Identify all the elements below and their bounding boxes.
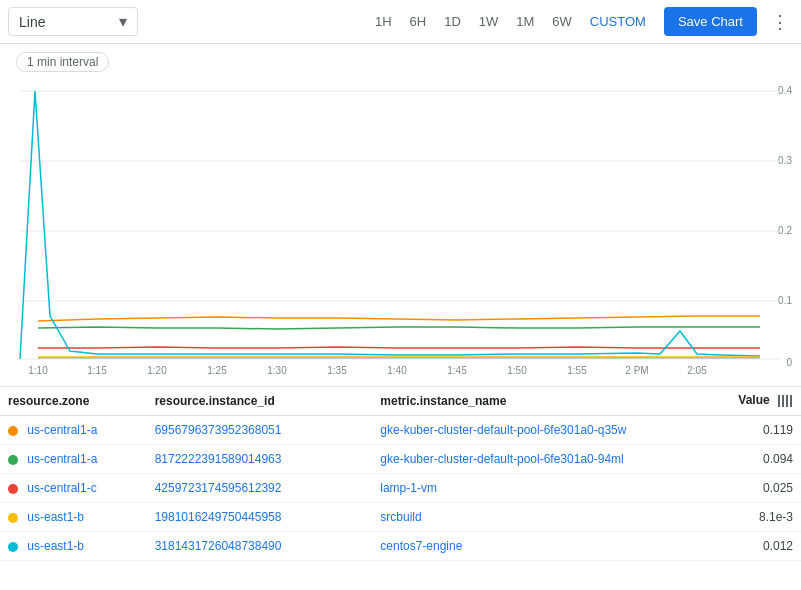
col-header-instance: resource.instance_id	[147, 387, 373, 416]
col-header-zone: resource.zone	[0, 387, 147, 416]
cell-instance-1: 8172222391589014963	[147, 445, 373, 474]
cell-metric-4: centos7-engine	[372, 532, 710, 561]
y-label-04: 0.4	[778, 85, 792, 96]
time-btn-1m[interactable]: 1M	[508, 9, 542, 34]
svg-rect-1	[782, 395, 784, 407]
y-label-0: 0	[786, 357, 792, 368]
line-orange	[38, 316, 760, 321]
x-label-155: 1:55	[567, 365, 587, 376]
zone-link-0[interactable]: us-central1-a	[27, 423, 97, 437]
cell-zone-3: us-east1-b	[0, 503, 147, 532]
x-label-115: 1:15	[87, 365, 107, 376]
cell-value-4: 0.012	[711, 532, 801, 561]
zone-link-2[interactable]: us-central1-c	[27, 481, 96, 495]
cell-zone-1: us-central1-a	[0, 445, 147, 474]
cell-instance-2: 4259723174595612392	[147, 474, 373, 503]
table-row: us-central1-a 8172222391589014963 gke-ku…	[0, 445, 801, 474]
cell-metric-3: srcbuild	[372, 503, 710, 532]
time-btn-1w[interactable]: 1W	[471, 9, 507, 34]
zone-link-3[interactable]: us-east1-b	[27, 510, 84, 524]
table-row: us-central1-c 4259723174595612392 lamp-1…	[0, 474, 801, 503]
metric-link-2[interactable]: lamp-1-vm	[380, 481, 437, 495]
line-chart: 0.4 0.3 0.2 0.1 0 1:10 1:15 1:20 1:25 1:…	[0, 76, 801, 381]
x-label-120: 1:20	[147, 365, 167, 376]
instance-link-3[interactable]: 1981016249750445958	[155, 510, 282, 524]
table-row: us-east1-b 3181431726048738490 centos7-e…	[0, 532, 801, 561]
more-options-icon[interactable]: ⋮	[767, 7, 793, 37]
instance-link-4[interactable]: 3181431726048738490	[155, 539, 282, 553]
time-btn-6w[interactable]: 6W	[544, 9, 580, 34]
time-btn-6h[interactable]: 6H	[402, 9, 435, 34]
time-btn-1h[interactable]: 1H	[367, 9, 400, 34]
cell-metric-1: gke-kuber-cluster-default-pool-6fe301a0-…	[372, 445, 710, 474]
x-label-135: 1:35	[327, 365, 347, 376]
save-chart-button[interactable]: Save Chart	[664, 7, 757, 36]
metric-link-0[interactable]: gke-kuber-cluster-default-pool-6fe301a0-…	[380, 423, 626, 437]
cell-value-1: 0.094	[711, 445, 801, 474]
interval-badge: 1 min interval	[16, 52, 109, 72]
cell-metric-2: lamp-1-vm	[372, 474, 710, 503]
legend-dot-1	[8, 455, 18, 465]
table-header: resource.zone resource.instance_id metri…	[0, 387, 801, 416]
cell-instance-3: 1981016249750445958	[147, 503, 373, 532]
legend-table-container: resource.zone resource.instance_id metri…	[0, 386, 801, 561]
legend-dot-3	[8, 513, 18, 523]
y-label-02: 0.2	[778, 225, 792, 236]
svg-rect-0	[778, 395, 780, 407]
x-label-145: 1:45	[447, 365, 467, 376]
cell-instance-0: 6956796373952368051	[147, 416, 373, 445]
chart-type-dropdown[interactable]: Line ▾	[8, 7, 138, 36]
time-controls: 1H 6H 1D 1W 1M 6W CUSTOM Save Chart ⋮	[367, 7, 793, 37]
legend-dot-4	[8, 542, 18, 552]
legend-dot-2	[8, 484, 18, 494]
toolbar: Line ▾ 1H 6H 1D 1W 1M 6W CUSTOM Save Cha…	[0, 0, 801, 44]
y-label-01: 0.1	[778, 295, 792, 306]
metric-link-3[interactable]: srcbuild	[380, 510, 421, 524]
column-settings-icon[interactable]	[777, 393, 793, 409]
line-green	[38, 327, 760, 329]
table-body: us-central1-a 6956796373952368051 gke-ku…	[0, 416, 801, 561]
x-label-140: 1:40	[387, 365, 407, 376]
cell-metric-0: gke-kuber-cluster-default-pool-6fe301a0-…	[372, 416, 710, 445]
chevron-down-icon: ▾	[119, 12, 127, 31]
y-label-03: 0.3	[778, 155, 792, 166]
instance-link-0[interactable]: 6956796373952368051	[155, 423, 282, 437]
col-header-value: Value	[711, 387, 801, 416]
x-label-2pm: 2 PM	[625, 365, 648, 376]
cell-value-0: 0.119	[711, 416, 801, 445]
chart-svg-wrapper: 0.4 0.3 0.2 0.1 0 1:10 1:15 1:20 1:25 1:…	[0, 76, 801, 386]
instance-link-2[interactable]: 4259723174595612392	[155, 481, 282, 495]
x-label-205: 2:05	[687, 365, 707, 376]
metric-link-4[interactable]: centos7-engine	[380, 539, 462, 553]
x-label-110: 1:10	[28, 365, 48, 376]
col-header-metric: metric.instance_name	[372, 387, 710, 416]
cell-zone-0: us-central1-a	[0, 416, 147, 445]
legend-dot-0	[8, 426, 18, 436]
cell-zone-2: us-central1-c	[0, 474, 147, 503]
instance-link-1[interactable]: 8172222391589014963	[155, 452, 282, 466]
x-label-125: 1:25	[207, 365, 227, 376]
zone-link-4[interactable]: us-east1-b	[27, 539, 84, 553]
x-label-130: 1:30	[267, 365, 287, 376]
cell-value-3: 8.1e-3	[711, 503, 801, 532]
cell-value-2: 0.025	[711, 474, 801, 503]
svg-rect-3	[790, 395, 792, 407]
line-red	[38, 347, 760, 348]
table-row: us-east1-b 1981016249750445958 srcbuild …	[0, 503, 801, 532]
chart-area: 1 min interval 0.4 0.3 0.2 0.1 0 1:10 1:…	[0, 44, 801, 386]
legend-table: resource.zone resource.instance_id metri…	[0, 387, 801, 561]
metric-link-1[interactable]: gke-kuber-cluster-default-pool-6fe301a0-…	[380, 452, 623, 466]
svg-rect-2	[786, 395, 788, 407]
cell-zone-4: us-east1-b	[0, 532, 147, 561]
chart-type-label: Line	[19, 14, 45, 30]
time-btn-custom[interactable]: CUSTOM	[582, 9, 654, 34]
x-label-150: 1:50	[507, 365, 527, 376]
table-row: us-central1-a 6956796373952368051 gke-ku…	[0, 416, 801, 445]
zone-link-1[interactable]: us-central1-a	[27, 452, 97, 466]
cell-instance-4: 3181431726048738490	[147, 532, 373, 561]
time-btn-1d[interactable]: 1D	[436, 9, 469, 34]
